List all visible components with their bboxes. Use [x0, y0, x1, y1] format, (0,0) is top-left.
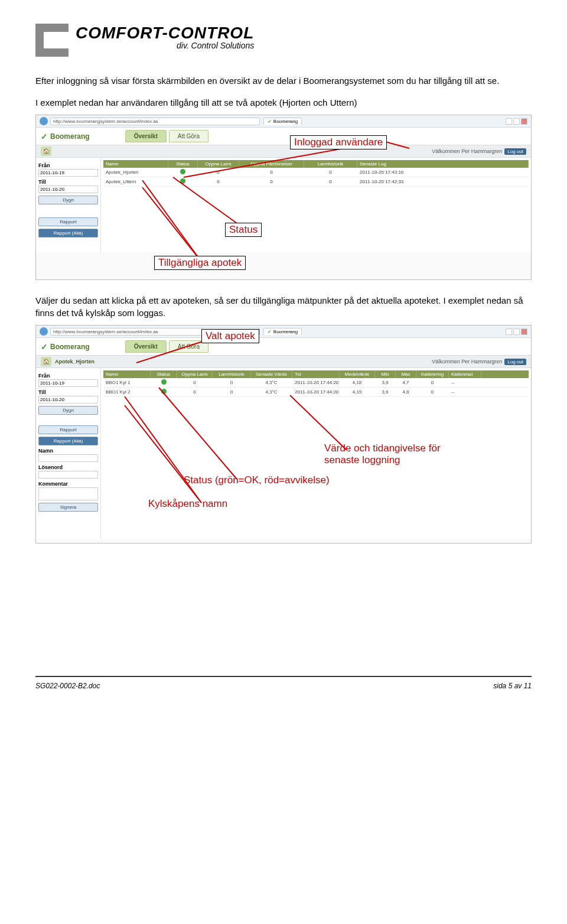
app-logo: ✓Boomerang [41, 132, 90, 141]
cell: 0 [416, 379, 449, 386]
label-fran: Från [38, 373, 98, 379]
back-icon[interactable] [40, 117, 48, 125]
input-till[interactable]: 2011-10-20 [38, 396, 98, 404]
tab-label: Boomerang [273, 119, 298, 124]
col-namn: Namn [103, 160, 168, 168]
button-rapportalla[interactable]: Rapport (Alla) [38, 229, 98, 237]
cell: 0 [416, 388, 449, 396]
sidebar: Från 2011-10-19 Till 2011-10-20 Dygn Rap… [36, 158, 101, 252]
col-status: Status [168, 160, 198, 168]
col: Medelvärde [340, 370, 375, 378]
window-controls[interactable] [506, 118, 527, 125]
cell: 2011-10-20 17:44:20 [292, 379, 340, 386]
table-row[interactable]: BBO1 Kyl 1 0 0 4,3°C 2011-10-20 17:44:20… [103, 378, 529, 388]
label-losen: Lösenord [38, 464, 98, 470]
back-icon[interactable] [40, 327, 48, 336]
cell: 4,18 [340, 379, 375, 386]
welcome-text: Välkommen Per Hammargren [432, 148, 502, 154]
cell: 0 [304, 168, 357, 176]
cell: 4,7 [396, 379, 416, 386]
annotation-apotek: Tillgängliga apotek [154, 256, 246, 270]
home-icon[interactable]: 🏠 [41, 147, 51, 156]
cell: BBO1 Kyl 2 [103, 388, 151, 396]
cell: 4,8 [396, 388, 416, 396]
cell: BBO1 Kyl 1 [103, 379, 151, 386]
breadcrumb[interactable]: Apotek_Hjorten [55, 359, 94, 365]
tab-oversikt[interactable]: Översikt [125, 130, 167, 142]
cell: 0 [177, 388, 213, 396]
table-row[interactable]: Apotek_Hjorten 0 0 0 2011-10-20 17:43:16 [103, 168, 529, 177]
status-dot-icon [161, 379, 167, 385]
table-row[interactable]: Apotek_Uttern 0 0 0 2011-10-20 17:42:33 [103, 177, 529, 187]
brand-logo: COMFORT-CONTROL div. Control Solutions [35, 24, 532, 57]
col: Status [151, 370, 177, 378]
browser-tab[interactable]: ✓Boomerang [263, 118, 302, 125]
col: Senaste Värde [251, 370, 292, 378]
cell: 0 [198, 168, 239, 176]
input-namn[interactable] [38, 454, 98, 462]
check-icon: ✓ [41, 342, 48, 352]
button-rapportalla[interactable]: Rapport (Alla) [38, 437, 98, 445]
cell: 3,9 [375, 388, 396, 396]
button-signera[interactable]: Signera [38, 503, 98, 512]
annotation-status2: Status (grön=OK, röd=avvikelse) [184, 474, 330, 486]
col-log: Senaste Log [357, 160, 529, 168]
input-losen[interactable] [38, 471, 98, 479]
logo-sub: div. Control Solutions [76, 41, 254, 50]
home-icon[interactable]: 🏠 [41, 357, 51, 366]
cell: -- [449, 379, 481, 386]
col: Kalibrerad [449, 370, 481, 378]
cell: 0 [213, 379, 251, 386]
input-komm[interactable] [38, 487, 98, 500]
cell: 2011-10-20 17:44:20 [292, 388, 340, 396]
cell-name: Apotek_Hjorten [103, 168, 168, 176]
label-fran: Från [38, 162, 98, 168]
label-till: Till [38, 179, 98, 185]
cell: 0 [198, 178, 239, 186]
sidebar: Från 2011-10-19 Till 2011-10-20 Dygn Rap… [36, 368, 101, 539]
check-icon: ✓ [41, 132, 48, 141]
button-rapport[interactable]: Rapport [38, 217, 98, 226]
col: Oppna Larm [177, 370, 213, 378]
cell: 4,19 [340, 388, 375, 396]
col-pamin: Oppna Påminnelser [239, 160, 304, 168]
label-till: Till [38, 389, 98, 395]
status-dot-icon [180, 178, 185, 184]
input-fran[interactable]: 2011-10-19 [38, 169, 98, 177]
app-name: Boomerang [50, 343, 90, 351]
paragraph-1: Efter inloggning så visar första skärmbi… [35, 74, 532, 87]
tab-label: Boomerang [273, 329, 298, 334]
annotation-inloggad: Inloggad användare [290, 135, 387, 149]
browser-tab[interactable]: ✓Boomerang [263, 328, 302, 335]
tab-oversikt[interactable]: Översikt [125, 340, 167, 353]
label-komm: Kommentar [38, 481, 98, 487]
cell: 0 [304, 178, 357, 186]
button-dygn[interactable]: Dygn [38, 196, 98, 204]
check-icon: ✓ [268, 329, 272, 334]
col-hist: Larmhistorik [304, 160, 357, 168]
app-logo: ✓Boomerang [41, 342, 90, 352]
tab-attgora[interactable]: Att Göra [169, 130, 208, 142]
col: Namn [103, 370, 151, 378]
window-controls[interactable] [506, 328, 527, 335]
cell: 2011-10-20 17:42:33 [357, 178, 529, 186]
cell-name: Apotek_Uttern [103, 178, 168, 186]
button-rapport[interactable]: Rapport [38, 425, 98, 434]
table-row[interactable]: BBO1 Kyl 2 0 0 4,3°C 2011-10-20 17:44:20… [103, 388, 529, 397]
page-number: sida 5 av 11 [493, 682, 532, 690]
cell: -- [449, 388, 481, 396]
status-dot-icon [180, 169, 185, 174]
screenshot-2: http://www.boomerangsystem.se/account/in… [35, 325, 532, 544]
logout-button[interactable]: Log out [504, 148, 526, 155]
address-bar[interactable]: http://www.boomerangsystem.se/account/in… [50, 118, 260, 125]
button-dygn[interactable]: Dygn [38, 406, 98, 415]
browser-toolbar: http://www.boomerangsystem.se/account/in… [36, 115, 531, 128]
col: Min [375, 370, 396, 378]
logout-button[interactable]: Log out [504, 359, 526, 365]
label-namn: Namn [38, 448, 98, 454]
input-till[interactable]: 2011-10-20 [38, 186, 98, 193]
input-fran[interactable]: 2011-10-19 [38, 379, 98, 387]
footer: SG022-0002-B2.doc sida 5 av 11 [35, 676, 532, 690]
check-icon: ✓ [268, 119, 272, 124]
paragraph-2: I exemplet nedan har användaren tillgång… [35, 96, 532, 109]
